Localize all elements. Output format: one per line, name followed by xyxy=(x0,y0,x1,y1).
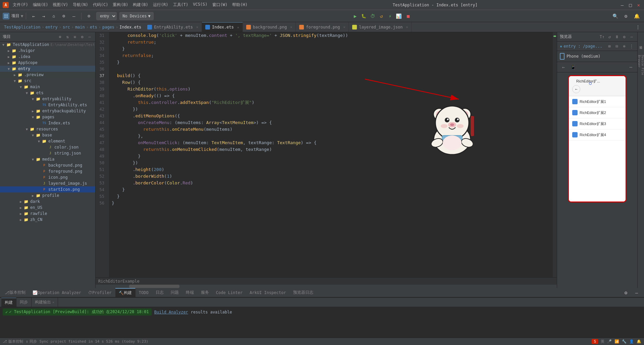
build-analyzer-link[interactable]: Build Analyzer xyxy=(154,310,188,314)
coverage-button[interactable]: 📊 xyxy=(395,12,403,20)
panel-settings-button[interactable]: ⚙ xyxy=(79,34,85,40)
tab-background[interactable]: background.png ✕ xyxy=(243,22,296,32)
tree-item-main[interactable]: ▼ 📁 main xyxy=(0,84,95,90)
menu-build[interactable]: 构建(B) xyxy=(131,1,150,8)
tree-item-bg-png[interactable]: ▶ P background.png xyxy=(0,162,95,168)
panel-sync-button[interactable]: ⇅ xyxy=(64,34,70,40)
language-zh[interactable]: 英 xyxy=(601,339,604,344)
apply-changes-button[interactable]: ⚡ xyxy=(386,12,394,20)
tab-foreground[interactable]: foreground.png ✕ xyxy=(296,22,349,32)
tree-item-dark[interactable]: ▶ 📁 dark xyxy=(0,198,95,205)
notifications-button[interactable]: 🔔 xyxy=(632,11,641,21)
btab-services[interactable]: 服务 xyxy=(198,288,213,297)
tree-item-media[interactable]: ▼ 📁 media xyxy=(0,156,95,162)
tree-item-color-json[interactable]: ▶ J color.json xyxy=(0,144,95,150)
tab-close-layered[interactable]: ✕ xyxy=(406,25,408,29)
btab-build[interactable]: 🔨 构建 xyxy=(115,288,136,297)
tree-item-appscope[interactable]: ▶ 📁 AppScope xyxy=(0,60,95,66)
menu-run[interactable]: 运行(R) xyxy=(151,1,170,8)
project-dropdown-icon[interactable]: ▼ xyxy=(21,14,23,18)
maximize-button[interactable]: □ xyxy=(629,2,632,8)
tree-item-root[interactable]: ▼ 📁 TestApplication E:\nana\Desktop\Test xyxy=(0,42,95,48)
btab-arkui[interactable]: ArkUI Inspector xyxy=(246,288,289,297)
tree-item-profile[interactable]: ▶ 📁 profile xyxy=(0,192,95,198)
panel-add-button[interactable]: ⊕ xyxy=(57,34,63,40)
tab-close-entryability[interactable]: ✕ xyxy=(196,25,198,29)
preview-more-ctrl-btn[interactable]: ⋯ xyxy=(627,63,635,71)
preview-font-btn[interactable]: T↑ xyxy=(599,34,605,40)
tree-item-ets[interactable]: ▼ 📁 ets xyxy=(0,90,95,96)
profile-button[interactable]: ⏱ xyxy=(369,12,377,20)
btab-preview-log[interactable]: 预览器日志 xyxy=(290,288,317,297)
breadcrumb-main[interactable]: main xyxy=(75,25,85,30)
breadcrumb-entry[interactable]: entry xyxy=(46,25,58,30)
tab-close-fg[interactable]: ✕ xyxy=(343,25,345,29)
tree-item-element[interactable]: ▼ 📁 element xyxy=(0,138,95,144)
device-select-button[interactable]: No Devices ▼ xyxy=(119,12,153,20)
menu-edit[interactable]: 编辑(E) xyxy=(31,1,50,8)
preview-refresh-btn[interactable]: ↺ xyxy=(606,34,612,40)
tab-close-index[interactable]: ✕ xyxy=(237,25,239,29)
debug-button[interactable]: 🐛 xyxy=(360,12,368,20)
tree-item-entryability-file[interactable]: ▶ TS EntryAbility.ets xyxy=(0,102,95,108)
tree-item-starticon-png[interactable]: ▶ P startIcon.png xyxy=(0,186,95,192)
right-sidebar-btn1[interactable]: 通知 xyxy=(636,34,644,54)
stop-button[interactable]: ■ xyxy=(404,11,413,21)
settings-toolbar-button[interactable]: ⚙ xyxy=(621,11,631,21)
phone-menu-item-3[interactable]: RichEditor扩展3 xyxy=(569,118,626,129)
home-button[interactable]: ⌂ xyxy=(49,11,58,21)
bottom-tab-output-close[interactable]: ✕ xyxy=(52,300,54,304)
scrollbar-thumb[interactable] xyxy=(129,285,179,288)
horizontal-scrollbar[interactable] xyxy=(96,285,557,288)
preview-back-btn[interactable]: ← xyxy=(560,63,567,71)
tree-item-pages[interactable]: ▼ 📁 pages xyxy=(0,114,95,120)
breadcrumb-pages[interactable]: pages xyxy=(102,25,114,30)
settings-button[interactable]: ⚙ xyxy=(59,11,68,21)
forward-button[interactable]: → xyxy=(39,11,48,21)
btab-profiler[interactable]: ⏱ Profiler xyxy=(85,288,115,297)
tab-index[interactable]: Index.ets ✕ xyxy=(202,22,243,32)
tree-item-zh-cn[interactable]: ▶ 📁 zh_CN xyxy=(0,217,95,223)
menu-help[interactable]: 帮助(H) xyxy=(230,1,250,8)
preview-grid-btn[interactable]: ⊞ xyxy=(606,43,612,49)
tree-item-entrybackup[interactable]: ▶ 📁 entrybackupability xyxy=(0,108,95,114)
tab-more-button[interactable]: ⋮ xyxy=(633,22,643,32)
phone-menu-item-4[interactable]: RichEditor扩展4 xyxy=(569,129,626,140)
tree-item-fg-png[interactable]: ▶ P foreground.png xyxy=(0,168,95,174)
tree-item-rawfile[interactable]: ▶ 📁 rawfile xyxy=(0,211,95,217)
tree-item-resources[interactable]: ▼ 📁 resources xyxy=(0,126,95,132)
right-sidebar-btn2[interactable]: Device File Browser xyxy=(636,55,644,82)
bottom-tab-sync[interactable]: 同步 xyxy=(16,298,32,307)
breadcrumb-app[interactable]: TestApplication xyxy=(4,25,40,30)
btab-terminal[interactable]: 终端 xyxy=(182,288,198,297)
preview-split-btn[interactable]: ⊟ xyxy=(614,43,620,49)
language-indicator[interactable]: S xyxy=(592,339,598,344)
btab-version[interactable]: ⎇ 版本控制 xyxy=(1,288,29,297)
bottom-tab-build[interactable]: 构建 xyxy=(1,298,16,307)
settings-gear-icon[interactable]: ⚙ xyxy=(84,11,94,21)
panel-minimize-button[interactable]: — xyxy=(87,34,93,40)
configuration-select[interactable]: entry xyxy=(96,12,117,20)
back-button[interactable]: ← xyxy=(29,11,38,21)
btab-operation[interactable]: 📈 Operation Analyzer xyxy=(29,288,85,297)
tree-item-en-us[interactable]: ▶ 📁 en_US xyxy=(0,205,95,211)
phone-menu-item-1[interactable]: RichEditor扩展1 xyxy=(569,96,626,107)
tree-item-base[interactable]: ▼ 📁 base xyxy=(0,132,95,138)
tree-item-entry[interactable]: ▼ 📁 entry xyxy=(0,66,95,72)
tree-item-entryability[interactable]: ▼ 📁 entryability xyxy=(0,96,95,102)
tree-item-index-ets[interactable]: ▶ TS Index.ets xyxy=(0,120,95,126)
tree-item-preview[interactable]: ▶ 📁 .preview xyxy=(0,72,95,78)
build-close-btn[interactable]: — xyxy=(632,288,641,297)
reload-button[interactable]: ↺ xyxy=(377,12,385,20)
btab-log[interactable]: 日志 xyxy=(152,288,167,297)
preview-more-btn[interactable]: ⋮ xyxy=(629,43,635,49)
menu-vcs[interactable]: VCS(S) xyxy=(191,1,209,8)
breadcrumb-ets[interactable]: ets xyxy=(90,25,97,30)
minus-button[interactable]: — xyxy=(69,11,78,21)
tab-layered[interactable]: layered_image.json ✕ xyxy=(349,22,412,32)
bottom-tab-build-output[interactable]: 构建输出 ✕ xyxy=(32,298,58,307)
menu-window[interactable]: 窗口(W) xyxy=(210,1,230,8)
menu-file[interactable]: 文件(F) xyxy=(11,1,30,8)
close-button[interactable]: ✕ xyxy=(637,2,640,8)
preview-pause-btn[interactable]: ⏸ xyxy=(614,34,620,40)
